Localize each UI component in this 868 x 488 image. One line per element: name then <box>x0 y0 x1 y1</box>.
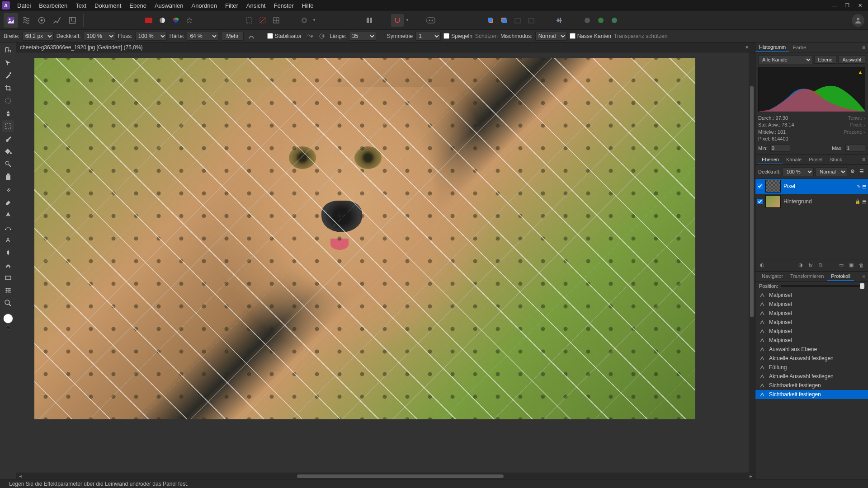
layer-blend-select[interactable]: Normal <box>816 167 847 176</box>
add-layer-icon[interactable] <box>484 14 497 27</box>
selection-grid-icon[interactable] <box>270 14 283 27</box>
view-tool[interactable] <box>2 44 14 56</box>
history-item[interactable]: Malpinsel <box>755 291 868 300</box>
window-maximize-button[interactable]: ❐ <box>843 1 852 9</box>
layer-link-icon[interactable]: ⬒ <box>862 199 866 204</box>
layer-lock-icon[interactable]: 🔒 <box>855 199 860 204</box>
paint-brush-tool[interactable] <box>2 133 14 145</box>
rectangle-tool[interactable] <box>2 272 14 284</box>
layer-blend-ranges-icon[interactable]: ⧉ <box>816 261 825 269</box>
selection-hide-icon[interactable] <box>256 14 269 27</box>
document-tab-close-icon[interactable]: × <box>742 44 751 51</box>
vertical-scrollbar[interactable] <box>749 52 755 473</box>
layers-panel-menu-icon[interactable]: ≡ <box>859 156 868 163</box>
force-pressure-icon[interactable] <box>246 31 256 41</box>
tab-ebenen[interactable]: Ebenen <box>758 155 783 164</box>
dodge-tool[interactable] <box>2 158 14 170</box>
layer-visibility-checkbox[interactable] <box>757 199 763 204</box>
history-item[interactable]: Auswahl aus Ebene <box>755 345 868 354</box>
menu-filter[interactable]: Filter <box>222 1 242 10</box>
foreground-color-swatch[interactable] <box>3 314 13 324</box>
canvas-viewport[interactable] <box>16 52 755 473</box>
layer-row-pixel[interactable]: Pixel ✎⬒ <box>755 178 868 194</box>
selection-brush-tool[interactable] <box>2 95 14 107</box>
rope-mode-icon[interactable] <box>304 31 314 41</box>
layer-name[interactable]: Pixel <box>783 183 854 189</box>
photo-persona-button[interactable] <box>4 13 18 28</box>
quick-mask-dropdown-icon[interactable]: ▼ <box>312 18 316 22</box>
tab-navigator[interactable]: Navigator <box>758 272 787 280</box>
tab-kanaele[interactable]: Kanäle <box>783 155 805 164</box>
background-color-swatch[interactable] <box>6 325 10 330</box>
layer-name[interactable]: Hintergrund <box>783 198 852 205</box>
window-close-button[interactable]: ✕ <box>855 1 864 9</box>
align-icon[interactable] <box>553 14 566 27</box>
menu-hilfe[interactable]: Hilfe <box>298 1 317 10</box>
layer-delete-icon[interactable]: 🗑 <box>857 261 865 269</box>
snapping-icon[interactable] <box>391 14 404 27</box>
tab-transformieren[interactable]: Transformieren <box>787 272 827 280</box>
scroll-right-icon[interactable]: ► <box>748 473 754 479</box>
marquee-tool[interactable] <box>2 120 14 132</box>
tab-farbe[interactable]: Farbe <box>789 43 810 52</box>
mirror-checkbox[interactable] <box>443 33 449 39</box>
text-tool[interactable]: A <box>2 234 14 246</box>
flood-select-tool[interactable] <box>2 108 14 119</box>
move-tool[interactable] <box>2 57 14 69</box>
layer-fx-menu-icon[interactable]: ☰ <box>858 167 865 177</box>
history-item[interactable]: Sichtbarkeit festlegen <box>755 381 868 390</box>
menu-text[interactable]: Text <box>72 1 90 10</box>
layer-visibility-checkbox[interactable] <box>757 183 763 189</box>
layer-row-hintergrund[interactable]: Hintergrund 🔒⬒ <box>755 194 868 209</box>
history-item[interactable]: Sichtbarkeit festlegen <box>755 390 868 399</box>
pen-tool[interactable] <box>2 209 14 221</box>
width-input[interactable]: 68,2 px <box>22 32 54 41</box>
selection-show-icon[interactable] <box>243 14 255 27</box>
menu-dokument[interactable]: Dokument <box>91 1 125 10</box>
tab-pinsel[interactable]: Pinsel <box>805 155 826 164</box>
add-mask-icon[interactable] <box>498 14 510 27</box>
history-position-slider[interactable] <box>781 285 864 287</box>
stabilizer-checkbox[interactable] <box>267 33 273 39</box>
window-mode-icon[interactable] <box>317 31 327 41</box>
window-minimize-button[interactable]: — <box>830 1 839 9</box>
layer-adjustment-icon[interactable]: ◑ <box>797 261 805 269</box>
liquify-persona-button[interactable] <box>19 13 33 28</box>
hardness-input[interactable]: 64 % <box>187 32 218 41</box>
history-item[interactable]: Aktuelle Auswahl festlegen <box>755 354 868 363</box>
histogram-max-input[interactable] <box>845 145 865 152</box>
histogram-panel-menu-icon[interactable]: ≡ <box>859 44 868 51</box>
tone-mapping-persona-button[interactable] <box>50 13 64 28</box>
quick-mask-icon[interactable] <box>298 14 311 27</box>
smudge-tool[interactable] <box>2 259 14 271</box>
history-item[interactable]: Malpinsel <box>755 327 868 336</box>
fill-tool[interactable] <box>2 145 14 157</box>
menu-bearbeiten[interactable]: Bearbeiten <box>35 1 71 10</box>
auto-levels-icon[interactable] <box>142 14 155 27</box>
clone-tool[interactable] <box>2 171 14 183</box>
flow-input[interactable]: 100 % <box>135 32 167 41</box>
blur-tool[interactable] <box>2 247 14 258</box>
zoom-tool[interactable] <box>2 297 14 309</box>
histogram-auswahl-button[interactable]: Auswahl <box>838 56 865 64</box>
erase-tool[interactable] <box>2 196 14 208</box>
histogram-channel-select[interactable]: Alle Kanäle <box>758 55 812 64</box>
histogram-ebene-button[interactable]: Ebene <box>814 56 837 64</box>
tab-protokoll[interactable]: Protokoll <box>827 272 854 281</box>
symmetry-input[interactable]: 1 <box>415 32 441 41</box>
layer-fx-icon[interactable]: fx <box>807 261 815 269</box>
move-outside-icon[interactable] <box>525 14 538 27</box>
history-panel-menu-icon[interactable]: ≡ <box>859 273 868 279</box>
document-tab-title[interactable]: cheetah-g3635066ee_1920.jpg [Geändert] (… <box>20 44 143 51</box>
mesh-warp-tool[interactable] <box>2 285 14 296</box>
menu-datei[interactable]: Datei <box>14 1 34 10</box>
export-persona-button[interactable] <box>65 13 80 28</box>
auto-white-balance-icon[interactable] <box>183 14 196 27</box>
assistant-icon[interactable] <box>425 14 437 27</box>
blendmode-select[interactable]: Normal <box>535 32 567 41</box>
color-picker-tool[interactable] <box>2 70 14 81</box>
more-button[interactable]: Mehr <box>221 32 243 41</box>
histogram-min-input[interactable] <box>770 145 790 152</box>
wet-edges-checkbox[interactable] <box>570 33 576 39</box>
layer-group-icon[interactable]: ▭ <box>837 261 845 269</box>
